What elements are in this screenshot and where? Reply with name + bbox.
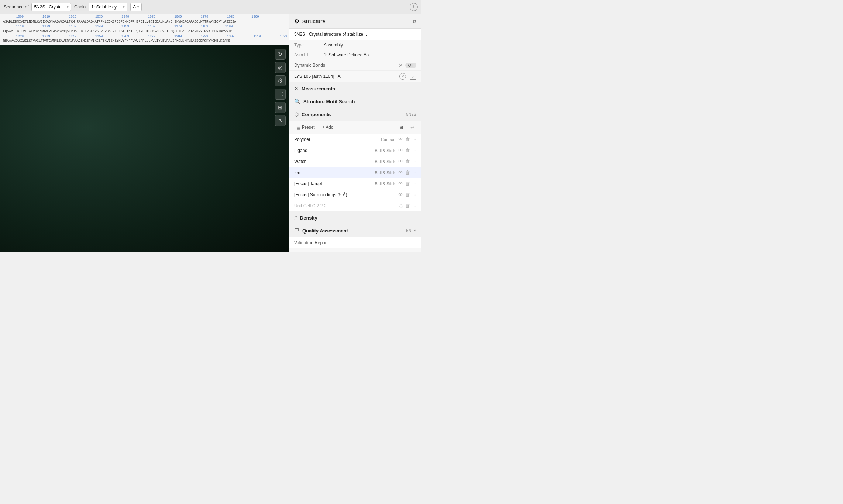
- pointer-button[interactable]: ↖: [275, 115, 286, 126]
- type-label: Type: [294, 42, 324, 48]
- lys-row: LYS 106 [auth 1104] | A ✕ ⤢: [289, 71, 421, 82]
- chain-letter-select[interactable]: A ▾: [130, 3, 142, 11]
- lys-expand-button[interactable]: ⤢: [410, 73, 416, 80]
- right-panel: ⚙ Structure ⧉ 5N2S | Crystal structure o…: [289, 14, 421, 252]
- component-name-focus-target: [Focus] Target: [294, 181, 324, 186]
- chevron-down-icon: ▾: [67, 5, 69, 9]
- main-layout: 1009 1019 1029 1039 1049 1059 1069 1079 …: [0, 14, 421, 252]
- info-button[interactable]: ℹ: [410, 3, 418, 11]
- eye-icon[interactable]: 👁: [398, 137, 403, 142]
- component-type-ion: Ball & Stick: [375, 170, 396, 175]
- center-view-button[interactable]: ◎: [275, 62, 286, 73]
- component-type-focus-target: Ball & Stick: [375, 182, 396, 186]
- component-actions-focus-target: 👁🗑···: [398, 181, 416, 186]
- quality-section-header[interactable]: ⛉ Quality Assessment 5N2S: [289, 224, 421, 237]
- structure-motif-section-header[interactable]: 🔍 Structure Motif Search: [289, 95, 421, 108]
- eye-icon[interactable]: 👁: [398, 159, 403, 164]
- component-actions-polymer: 👁🗑···: [398, 137, 416, 142]
- preset-icon: ▤: [296, 125, 300, 130]
- sequence-bar: 1009 1019 1029 1039 1049 1059 1069 1079 …: [0, 14, 289, 45]
- filter-icon: ⊞: [399, 125, 403, 130]
- preset-button[interactable]: ▤ Preset: [294, 124, 317, 131]
- density-section-header[interactable]: # Density: [289, 211, 421, 224]
- component-name-ligand: Ligand: [294, 148, 324, 153]
- add-button[interactable]: + Add: [320, 124, 336, 131]
- eye-icon[interactable]: 👁: [398, 192, 403, 197]
- delete-component-button[interactable]: 🗑: [405, 170, 410, 175]
- component-type-water: Ball & Stick: [375, 159, 396, 164]
- filter-button[interactable]: ⊞: [397, 124, 405, 131]
- layout-button[interactable]: ⊞: [275, 102, 286, 113]
- components-title: Components: [302, 112, 331, 117]
- more-options-button[interactable]: ···: [412, 192, 416, 197]
- seq-line-1: ASADLEDNIVETLNDNLKVIEKADNAAQVKDALTKM RAA…: [3, 20, 286, 25]
- component-type-ligand: Ball & Stick: [375, 148, 396, 153]
- validation-report-row[interactable]: Validation Report: [289, 237, 421, 248]
- settings-button[interactable]: ⚙: [275, 75, 286, 86]
- more-options-button[interactable]: ···: [412, 203, 416, 208]
- type-value: Assembly: [324, 42, 343, 48]
- density-title: Density: [300, 215, 317, 221]
- more-options-button[interactable]: ···: [412, 137, 416, 142]
- component-row-ion: IonBall & Stick👁🗑···: [289, 167, 421, 178]
- eye-icon[interactable]: 👁: [398, 170, 403, 175]
- delete-component-button[interactable]: 🗑: [405, 203, 410, 208]
- cube-icon: ⬡: [294, 111, 299, 117]
- viewport[interactable]: ↻ ◎ ⚙ ⛶ ⊞ ↖: [0, 45, 289, 252]
- component-row-ligand: LigandBall & Stick👁🗑···: [289, 145, 421, 156]
- more-options-button[interactable]: ···: [412, 159, 416, 164]
- component-name-unit-cell: Unit Cell C 2 2 2: [294, 203, 326, 208]
- measurements-icon: ✕: [294, 86, 299, 92]
- viewport-background: [0, 45, 289, 252]
- seq-line-2: FQAAYI GIEVLIALVSVPGNVLVIWAVKVNQALRDATFC…: [3, 29, 286, 34]
- reset-view-button[interactable]: ↻: [275, 49, 286, 60]
- delete-component-button[interactable]: 🗑: [405, 148, 410, 153]
- asm-id-label: Asm Id: [294, 52, 324, 58]
- validation-report-label: Validation Report: [294, 240, 328, 245]
- more-options-button[interactable]: ···: [412, 181, 416, 186]
- seq-numbers-1: 1009 1019 1029 1039 1049 1059 1069 1079 …: [3, 15, 286, 20]
- dynamic-bonds-clear-button[interactable]: ✕: [399, 62, 403, 68]
- components-toolbar: ▤ Preset + Add ⊞ ↩: [289, 121, 421, 134]
- component-row-polymer: PolymerCartoon👁🗑···: [289, 134, 421, 145]
- density-icon: #: [294, 215, 297, 221]
- components-section-header[interactable]: ⬡ Components 5N2S: [289, 108, 421, 121]
- lys-clear-button[interactable]: ✕: [399, 73, 406, 80]
- sequence-label: Sequence of: [4, 4, 28, 10]
- asm-id-value: 1: Software Defined As...: [324, 52, 372, 58]
- quality-title: Quality Assessment: [302, 228, 348, 234]
- fullscreen-button[interactable]: ⛶: [275, 89, 286, 100]
- measurements-section-header[interactable]: ✕ Measurements: [289, 82, 421, 95]
- undo-button[interactable]: ↩: [408, 123, 416, 131]
- component-name-polymer: Polymer: [294, 137, 324, 142]
- eye-icon[interactable]: 👁: [398, 148, 403, 153]
- structure-name: 5N2S | Crystal structure of stabilize...: [294, 32, 367, 37]
- eye-icon[interactable]: 👁: [398, 181, 403, 186]
- asm-id-row: Asm Id 1: Software Defined As...: [289, 50, 421, 60]
- components-badge: 5N2S: [406, 112, 416, 117]
- dynamic-bonds-value: Off: [405, 63, 416, 68]
- delete-component-button[interactable]: 🗑: [405, 137, 410, 142]
- more-options-button[interactable]: ···: [412, 170, 416, 175]
- delete-component-button[interactable]: 🗑: [405, 192, 410, 197]
- chain-select[interactable]: 1: Soluble cyt... ▾: [89, 3, 127, 11]
- measurements-title: Measurements: [302, 86, 335, 92]
- eye-off-icon[interactable]: ◌: [399, 203, 403, 208]
- more-options-button[interactable]: ···: [412, 148, 416, 153]
- type-row: Type Assembly: [289, 40, 421, 50]
- delete-component-button[interactable]: 🗑: [405, 181, 410, 186]
- search-icon: 🔍: [294, 99, 300, 104]
- copy-button[interactable]: ⧉: [413, 18, 416, 24]
- structure-panel-header: ⚙ Structure ⧉: [289, 14, 421, 29]
- component-actions-focus-surroundings: 👁🗑···: [398, 192, 416, 197]
- seq-numbers-2: 1119 1129 1139 1149 1159 1169 1179 1189 …: [3, 24, 286, 29]
- topbar: Sequence of 5N2S | Crysta... ▾ Chain 1: …: [0, 0, 421, 14]
- component-type-polymer: Cartoon: [381, 137, 395, 142]
- component-actions-water: 👁🗑···: [398, 159, 416, 164]
- chevron-down-icon: ▾: [123, 5, 125, 9]
- delete-component-button[interactable]: 🗑: [405, 159, 410, 164]
- component-row-unit-cell: Unit Cell C 2 2 2◌🗑···: [289, 200, 421, 211]
- structure-select[interactable]: 5N2S | Crysta... ▾: [31, 3, 71, 11]
- structure-name-row: 5N2S | Crystal structure of stabilize...: [289, 29, 421, 40]
- chevron-down-icon: ▾: [137, 5, 139, 9]
